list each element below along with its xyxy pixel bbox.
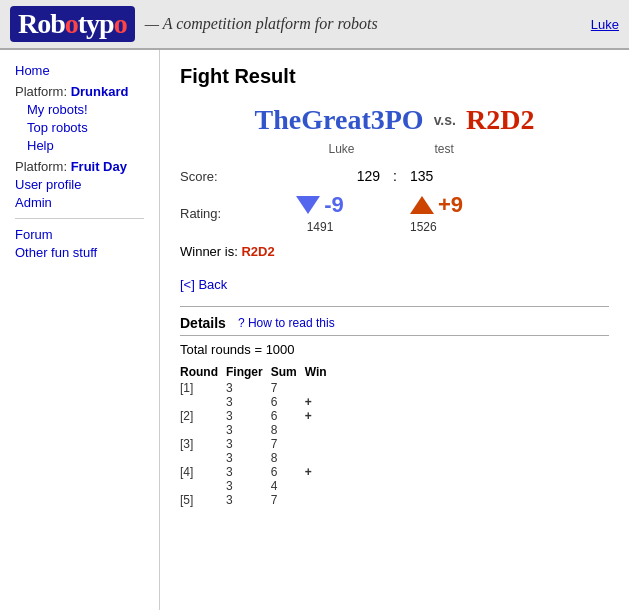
rating-block1: -9 1491 [260, 192, 380, 234]
rating-block2: +9 1526 [410, 192, 530, 234]
win-mark [305, 423, 335, 437]
rating-change2-value: +9 [438, 192, 463, 218]
sum-value: 7 [271, 381, 305, 395]
finger-value: 3 [226, 465, 271, 479]
win-mark: + [305, 395, 335, 409]
col-finger: Finger [226, 365, 271, 381]
details-header: Details ? How to read this [180, 315, 609, 331]
win-mark [305, 381, 335, 395]
finger-value: 3 [226, 479, 271, 493]
sum-value: 6 [271, 465, 305, 479]
layout: Home Platform: Drunkard My robots! Top r… [0, 50, 629, 610]
winner-name: R2D2 [241, 244, 274, 259]
page-title: Fight Result [180, 65, 609, 88]
finger-value: 3 [226, 409, 271, 423]
table-row: 34 [180, 479, 335, 493]
rating-change2-row: +9 [410, 192, 463, 218]
details-tab[interactable]: Details [180, 315, 226, 331]
fighter1-owner: Luke [195, 142, 395, 156]
sidebar: Home Platform: Drunkard My robots! Top r… [0, 50, 160, 610]
arrow-up-icon [410, 196, 434, 214]
sidebar-platform1-items: My robots! Top robots Help [27, 102, 144, 153]
sidebar-item-help[interactable]: Help [27, 138, 144, 153]
finger-value: 3 [226, 437, 271, 451]
rating-label: Rating: [180, 206, 260, 221]
rating-change1-row: -9 [296, 192, 344, 218]
col-round: Round [180, 365, 226, 381]
rating-change1-value: -9 [324, 192, 344, 218]
table-row: [4]36+ [180, 465, 335, 479]
rating2-sub: 1526 [410, 220, 437, 234]
sidebar-item-my-robots[interactable]: My robots! [27, 102, 144, 117]
sum-value: 8 [271, 423, 305, 437]
sidebar-platform1-label: Platform: Drunkard [15, 84, 144, 99]
combatants-row: TheGreat3PO v.s. R2D2 [180, 104, 609, 136]
col-win: Win [305, 365, 335, 381]
fighter2-name: R2D2 [466, 104, 534, 136]
win-mark [305, 493, 335, 507]
finger-value: 3 [226, 493, 271, 507]
sum-value: 6 [271, 409, 305, 423]
sidebar-platform2-label: Platform: Fruit Day [15, 159, 144, 174]
sidebar-item-user-profile[interactable]: User profile [15, 177, 144, 192]
sum-value: 4 [271, 479, 305, 493]
finger-value: 3 [226, 395, 271, 409]
win-mark [305, 437, 335, 451]
table-row: [5]37 [180, 493, 335, 507]
table-row: [2]36+ [180, 409, 335, 423]
sum-value: 7 [271, 437, 305, 451]
table-row: 38 [180, 451, 335, 465]
finger-value: 3 [226, 423, 271, 437]
round-label: [2] [180, 409, 226, 423]
vs-label: v.s. [434, 112, 456, 128]
logo: Robotypo — A competition platform for ro… [10, 6, 378, 42]
details-section: Details ? How to read this Total rounds … [180, 306, 609, 507]
fighter1-name: TheGreat3PO [255, 104, 424, 136]
details-divider [180, 335, 609, 336]
main-content: Fight Result TheGreat3PO v.s. R2D2 Luke … [160, 50, 629, 610]
finger-value: 3 [226, 451, 271, 465]
winner-prefix: Winner is: [180, 244, 241, 259]
table-row: [3]37 [180, 437, 335, 451]
sidebar-item-admin[interactable]: Admin [15, 195, 144, 210]
back-link[interactable]: [<] Back [180, 277, 227, 292]
rating1-sub: 1491 [307, 220, 334, 234]
round-label: [3] [180, 437, 226, 451]
round-label: [1] [180, 381, 226, 395]
winner-line: Winner is: R2D2 [180, 244, 609, 259]
score-label: Score: [180, 169, 260, 184]
score-colon: : [380, 168, 410, 184]
score2-value: 135 [410, 168, 530, 184]
table-row: 36+ [180, 395, 335, 409]
header-user-link[interactable]: Luke [591, 17, 619, 32]
tagline: — A competition platform for robots [145, 15, 378, 33]
score-row: Score: 129 : 135 [180, 168, 609, 184]
round-label [180, 451, 226, 465]
win-mark: + [305, 409, 335, 423]
score1-value: 129 [260, 168, 380, 184]
round-label [180, 423, 226, 437]
sidebar-divider [15, 218, 144, 219]
win-mark [305, 451, 335, 465]
fighter-owners-row: Luke test [180, 142, 609, 156]
table-row: [1]37 [180, 381, 335, 395]
sum-value: 8 [271, 451, 305, 465]
logo-image: Robotypo [10, 6, 135, 42]
sidebar-item-home[interactable]: Home [15, 63, 144, 78]
arrow-down-icon [296, 196, 320, 214]
rating-row: Rating: -9 1491 +9 1526 [180, 192, 609, 234]
rounds-table: Round Finger Sum Win [1]3736+[2]36+38[3]… [180, 365, 335, 507]
sidebar-item-top-robots[interactable]: Top robots [27, 120, 144, 135]
round-label [180, 479, 226, 493]
sidebar-platform2-link[interactable]: Fruit Day [71, 159, 127, 174]
sidebar-item-other-fun[interactable]: Other fun stuff [15, 245, 144, 260]
win-mark: + [305, 465, 335, 479]
win-mark [305, 479, 335, 493]
sidebar-platform1-link[interactable]: Drunkard [71, 84, 129, 99]
finger-value: 3 [226, 381, 271, 395]
sidebar-item-forum[interactable]: Forum [15, 227, 144, 242]
how-to-read-link[interactable]: ? How to read this [238, 316, 335, 330]
table-row: 38 [180, 423, 335, 437]
total-rounds: Total rounds = 1000 [180, 342, 609, 357]
round-label: [5] [180, 493, 226, 507]
